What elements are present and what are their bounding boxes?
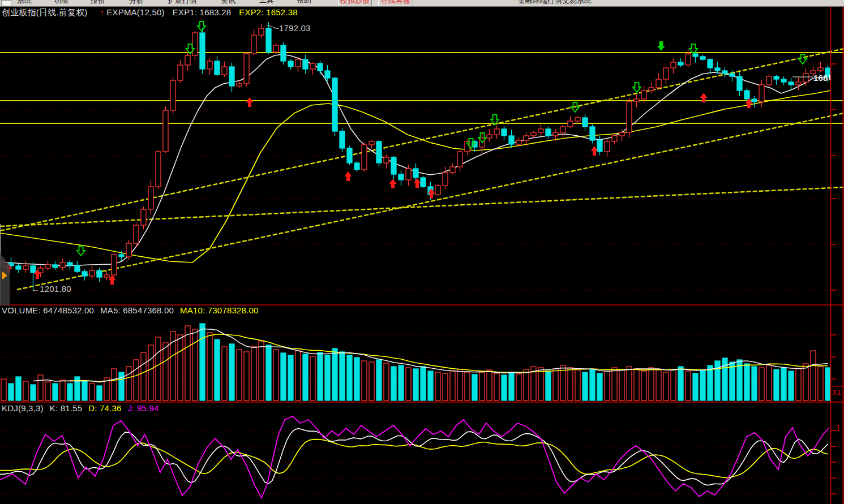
volume-scale-label: X1 xyxy=(832,388,841,397)
volume-ma5-value: MA5: 68547368.00 xyxy=(100,305,180,315)
kdj-name: KDJ(9,3,3) xyxy=(2,403,50,413)
kdj-d-value: D: 74.36 xyxy=(88,403,127,413)
volume-ma10-value: MA10: 73078328.00 xyxy=(180,305,265,315)
kdj-k-value: K: 81.55 xyxy=(50,403,88,413)
kdj-axis-label: 1 xyxy=(836,423,841,432)
menubar-red-button[interactable]: 模拟炒股 xyxy=(338,0,372,6)
high-price-annotation: ~1792.03 xyxy=(274,23,311,33)
trading-app-window: 系统功能报价分析扩展行情资讯工具帮助模拟炒股在线客服金融终端行情交易系统 创业板… xyxy=(0,0,844,504)
menu-item[interactable]: 报价 xyxy=(91,0,105,6)
menu-item[interactable]: 扩展行情 xyxy=(168,0,197,6)
exp2-value: EXP2: 1652.38 xyxy=(239,7,298,17)
menu-item[interactable]: 工具 xyxy=(259,0,274,6)
menubar: 系统功能报价分析扩展行情资讯工具帮助模拟炒股在线客服金融终端行情交易系统 xyxy=(0,0,844,7)
menu-item[interactable]: 功能 xyxy=(54,0,68,6)
kdj-j-value: J: 95.94 xyxy=(128,403,165,413)
menu-item[interactable]: 帮助 xyxy=(297,0,311,6)
page-title: 创业板指(日线.前复权) xyxy=(2,7,96,17)
kdj-indicator-header: KDJ(9,3,3)K: 81.55D: 74.36J: 95.94 xyxy=(2,403,165,413)
handle-shade xyxy=(0,253,10,305)
clipped-digit xyxy=(829,75,830,80)
side-panel-handle[interactable] xyxy=(0,253,10,305)
window-icon[interactable] xyxy=(1,0,11,6)
exp1-value: EXP1: 1683.28 xyxy=(173,7,239,17)
menu-item[interactable]: 分析 xyxy=(129,0,144,6)
menubar-red-button-label: 模拟炒股 xyxy=(339,0,371,6)
main-indicator-header: 创业板指(日线.前复权)↑EXPMA(12,50)EXP1: 1683.28EX… xyxy=(2,7,298,18)
last-price-axis-label: 168 xyxy=(813,73,831,83)
volume-indicator-header: VOLUME: 64748532.00MA5: 68547368.00MA10:… xyxy=(2,305,265,315)
menubar-red-button[interactable]: 在线客服 xyxy=(378,0,413,6)
menubar-red-button-label: 在线客服 xyxy=(379,0,413,6)
pane-separator xyxy=(0,402,844,403)
volume-value: VOLUME: 64748532.00 xyxy=(2,305,100,315)
indicator-name: EXPMA(12,50) xyxy=(106,7,172,17)
menu-item[interactable]: 系统 xyxy=(17,0,32,6)
menubar-right-text: 金融终端行情交易系统 xyxy=(518,0,592,6)
menu-item[interactable]: 资讯 xyxy=(221,0,235,6)
red-up-arrow-icon: ↑ xyxy=(96,7,107,17)
chart-canvas[interactable] xyxy=(0,0,844,504)
low-price-annotation: ←1201.80 xyxy=(31,284,71,294)
